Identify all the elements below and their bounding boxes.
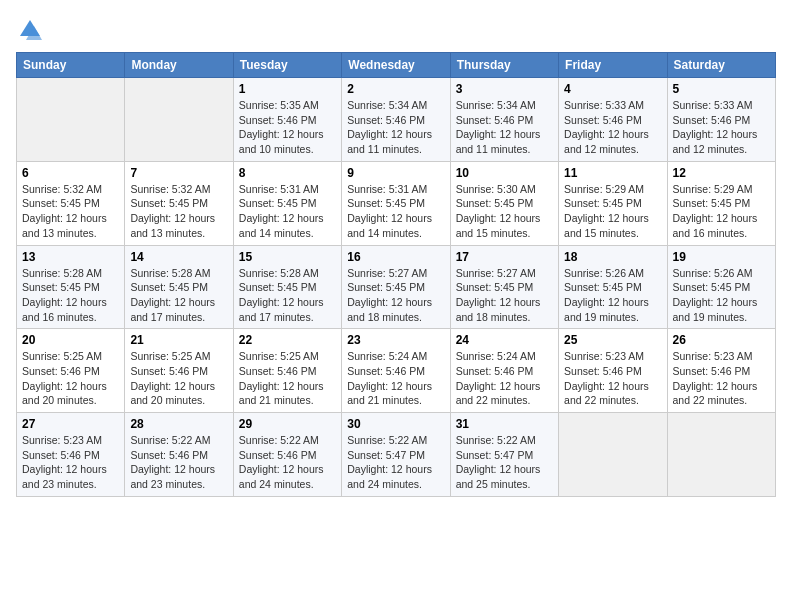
calendar-cell: 21Sunrise: 5:25 AMSunset: 5:46 PMDayligh… [125,329,233,413]
day-number: 17 [456,250,553,264]
day-number: 23 [347,333,444,347]
column-header-friday: Friday [559,53,667,78]
day-info: Sunrise: 5:34 AMSunset: 5:46 PMDaylight:… [456,98,553,157]
day-number: 8 [239,166,336,180]
day-info: Sunrise: 5:31 AMSunset: 5:45 PMDaylight:… [347,182,444,241]
day-number: 29 [239,417,336,431]
day-number: 24 [456,333,553,347]
day-info: Sunrise: 5:25 AMSunset: 5:46 PMDaylight:… [239,349,336,408]
day-number: 27 [22,417,119,431]
day-info: Sunrise: 5:28 AMSunset: 5:45 PMDaylight:… [130,266,227,325]
calendar-week-row: 13Sunrise: 5:28 AMSunset: 5:45 PMDayligh… [17,245,776,329]
day-number: 30 [347,417,444,431]
calendar-cell: 20Sunrise: 5:25 AMSunset: 5:46 PMDayligh… [17,329,125,413]
calendar-cell: 3Sunrise: 5:34 AMSunset: 5:46 PMDaylight… [450,78,558,162]
day-info: Sunrise: 5:23 AMSunset: 5:46 PMDaylight:… [564,349,661,408]
calendar-cell: 26Sunrise: 5:23 AMSunset: 5:46 PMDayligh… [667,329,775,413]
calendar-cell: 31Sunrise: 5:22 AMSunset: 5:47 PMDayligh… [450,413,558,497]
logo-icon [16,16,44,44]
day-number: 19 [673,250,770,264]
day-info: Sunrise: 5:26 AMSunset: 5:45 PMDaylight:… [673,266,770,325]
calendar-cell: 29Sunrise: 5:22 AMSunset: 5:46 PMDayligh… [233,413,341,497]
day-number: 12 [673,166,770,180]
calendar-cell: 6Sunrise: 5:32 AMSunset: 5:45 PMDaylight… [17,161,125,245]
calendar-cell: 12Sunrise: 5:29 AMSunset: 5:45 PMDayligh… [667,161,775,245]
day-info: Sunrise: 5:26 AMSunset: 5:45 PMDaylight:… [564,266,661,325]
day-number: 7 [130,166,227,180]
day-info: Sunrise: 5:24 AMSunset: 5:46 PMDaylight:… [347,349,444,408]
day-info: Sunrise: 5:33 AMSunset: 5:46 PMDaylight:… [673,98,770,157]
day-info: Sunrise: 5:22 AMSunset: 5:46 PMDaylight:… [239,433,336,492]
calendar-cell: 22Sunrise: 5:25 AMSunset: 5:46 PMDayligh… [233,329,341,413]
day-info: Sunrise: 5:22 AMSunset: 5:46 PMDaylight:… [130,433,227,492]
day-info: Sunrise: 5:35 AMSunset: 5:46 PMDaylight:… [239,98,336,157]
calendar-week-row: 27Sunrise: 5:23 AMSunset: 5:46 PMDayligh… [17,413,776,497]
calendar-cell: 4Sunrise: 5:33 AMSunset: 5:46 PMDaylight… [559,78,667,162]
calendar-cell: 10Sunrise: 5:30 AMSunset: 5:45 PMDayligh… [450,161,558,245]
calendar-cell [667,413,775,497]
calendar-cell: 5Sunrise: 5:33 AMSunset: 5:46 PMDaylight… [667,78,775,162]
column-header-tuesday: Tuesday [233,53,341,78]
day-info: Sunrise: 5:23 AMSunset: 5:46 PMDaylight:… [673,349,770,408]
calendar-week-row: 20Sunrise: 5:25 AMSunset: 5:46 PMDayligh… [17,329,776,413]
day-info: Sunrise: 5:32 AMSunset: 5:45 PMDaylight:… [22,182,119,241]
calendar-cell: 13Sunrise: 5:28 AMSunset: 5:45 PMDayligh… [17,245,125,329]
logo [16,16,48,44]
day-info: Sunrise: 5:30 AMSunset: 5:45 PMDaylight:… [456,182,553,241]
page-header [16,16,776,44]
column-header-saturday: Saturday [667,53,775,78]
column-header-wednesday: Wednesday [342,53,450,78]
day-info: Sunrise: 5:28 AMSunset: 5:45 PMDaylight:… [22,266,119,325]
column-header-monday: Monday [125,53,233,78]
calendar-table: SundayMondayTuesdayWednesdayThursdayFrid… [16,52,776,497]
column-header-thursday: Thursday [450,53,558,78]
day-number: 14 [130,250,227,264]
day-info: Sunrise: 5:22 AMSunset: 5:47 PMDaylight:… [347,433,444,492]
day-number: 16 [347,250,444,264]
day-number: 1 [239,82,336,96]
calendar-cell: 15Sunrise: 5:28 AMSunset: 5:45 PMDayligh… [233,245,341,329]
day-number: 6 [22,166,119,180]
calendar-cell [17,78,125,162]
calendar-cell: 16Sunrise: 5:27 AMSunset: 5:45 PMDayligh… [342,245,450,329]
day-number: 25 [564,333,661,347]
calendar-cell: 8Sunrise: 5:31 AMSunset: 5:45 PMDaylight… [233,161,341,245]
calendar-cell: 19Sunrise: 5:26 AMSunset: 5:45 PMDayligh… [667,245,775,329]
calendar-cell: 9Sunrise: 5:31 AMSunset: 5:45 PMDaylight… [342,161,450,245]
day-info: Sunrise: 5:27 AMSunset: 5:45 PMDaylight:… [456,266,553,325]
calendar-cell [125,78,233,162]
calendar-cell: 23Sunrise: 5:24 AMSunset: 5:46 PMDayligh… [342,329,450,413]
day-info: Sunrise: 5:24 AMSunset: 5:46 PMDaylight:… [456,349,553,408]
calendar-cell: 24Sunrise: 5:24 AMSunset: 5:46 PMDayligh… [450,329,558,413]
calendar-cell: 1Sunrise: 5:35 AMSunset: 5:46 PMDaylight… [233,78,341,162]
calendar-cell [559,413,667,497]
day-number: 3 [456,82,553,96]
day-info: Sunrise: 5:32 AMSunset: 5:45 PMDaylight:… [130,182,227,241]
calendar-cell: 2Sunrise: 5:34 AMSunset: 5:46 PMDaylight… [342,78,450,162]
calendar-cell: 30Sunrise: 5:22 AMSunset: 5:47 PMDayligh… [342,413,450,497]
day-info: Sunrise: 5:28 AMSunset: 5:45 PMDaylight:… [239,266,336,325]
day-number: 15 [239,250,336,264]
calendar-cell: 14Sunrise: 5:28 AMSunset: 5:45 PMDayligh… [125,245,233,329]
day-number: 11 [564,166,661,180]
calendar-week-row: 1Sunrise: 5:35 AMSunset: 5:46 PMDaylight… [17,78,776,162]
day-number: 4 [564,82,661,96]
day-info: Sunrise: 5:27 AMSunset: 5:45 PMDaylight:… [347,266,444,325]
column-header-sunday: Sunday [17,53,125,78]
day-info: Sunrise: 5:34 AMSunset: 5:46 PMDaylight:… [347,98,444,157]
day-info: Sunrise: 5:25 AMSunset: 5:46 PMDaylight:… [130,349,227,408]
day-info: Sunrise: 5:29 AMSunset: 5:45 PMDaylight:… [564,182,661,241]
calendar-cell: 18Sunrise: 5:26 AMSunset: 5:45 PMDayligh… [559,245,667,329]
day-number: 5 [673,82,770,96]
calendar-cell: 28Sunrise: 5:22 AMSunset: 5:46 PMDayligh… [125,413,233,497]
day-number: 10 [456,166,553,180]
day-number: 28 [130,417,227,431]
day-number: 22 [239,333,336,347]
day-info: Sunrise: 5:25 AMSunset: 5:46 PMDaylight:… [22,349,119,408]
day-number: 2 [347,82,444,96]
day-info: Sunrise: 5:29 AMSunset: 5:45 PMDaylight:… [673,182,770,241]
day-info: Sunrise: 5:23 AMSunset: 5:46 PMDaylight:… [22,433,119,492]
calendar-cell: 17Sunrise: 5:27 AMSunset: 5:45 PMDayligh… [450,245,558,329]
day-info: Sunrise: 5:22 AMSunset: 5:47 PMDaylight:… [456,433,553,492]
calendar-header-row: SundayMondayTuesdayWednesdayThursdayFrid… [17,53,776,78]
